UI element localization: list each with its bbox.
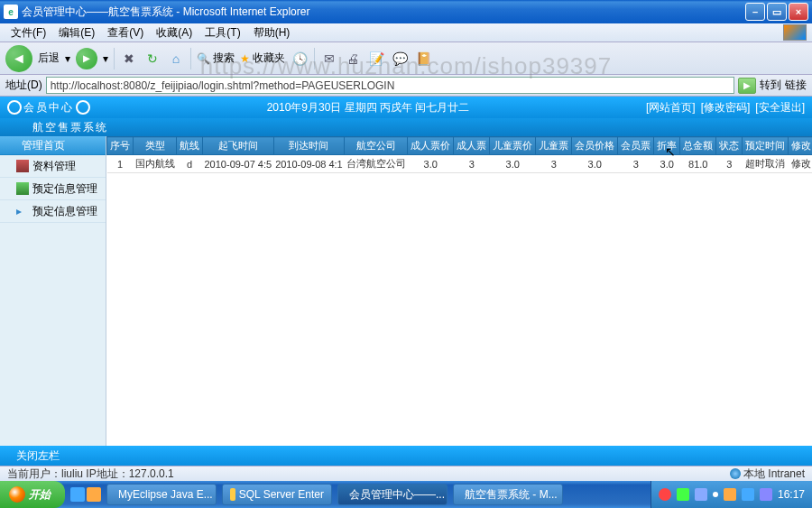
- favorites-button[interactable]: ★收藏夹: [240, 51, 285, 66]
- table-cell: 3: [536, 155, 572, 173]
- stop-icon[interactable]: ✖: [120, 50, 138, 68]
- taskbar-app-member[interactable]: 会员管理中心——...: [337, 484, 448, 505]
- taskbar: 开始 MyEclipse Java E... SQL Server Enter …: [0, 481, 812, 508]
- edit-cell[interactable]: 修改: [789, 155, 812, 173]
- menu-help[interactable]: 帮助(H): [248, 23, 296, 42]
- discuss-icon[interactable]: 💬: [391, 50, 409, 68]
- ie-statusbar: 当前用户：liuliu IP地址：127.0.0.1 本地 Intranet: [0, 466, 812, 481]
- table-row: 1国内航线d2010-09-07 4:52010-09-08 4:1台湾航空公司…: [107, 155, 813, 173]
- window-titlebar: e 会员管理中心——航空售票系统 - Microsoft Internet Ex…: [0, 0, 812, 23]
- minimize-button[interactable]: –: [745, 3, 765, 21]
- table-cell: 台湾航空公司: [345, 155, 408, 173]
- menu-edit[interactable]: 编辑(E): [53, 23, 100, 42]
- close-button[interactable]: ×: [789, 3, 808, 21]
- table-header: 折率: [654, 137, 680, 155]
- table-cell: 超时取消: [743, 155, 789, 173]
- table-header: 修改: [789, 137, 812, 155]
- home-icon[interactable]: ⌂: [167, 50, 185, 68]
- start-button[interactable]: 开始: [0, 481, 65, 508]
- main-area: 管理首页 资料管理 预定信息管理 ▸ 预定信息管理 序号类型航线起飞时间到达时间…: [0, 136, 812, 446]
- address-bar: 地址(D) http://localhost:8080/z_feijipiao/…: [0, 75, 812, 97]
- app-logo: 会员中心: [7, 100, 90, 115]
- table-header: 会员票: [618, 137, 654, 155]
- back-button[interactable]: ◄: [5, 45, 32, 72]
- forward-button[interactable]: ►: [76, 48, 97, 69]
- network-icon[interactable]: [742, 488, 754, 501]
- intranet-icon: [730, 468, 741, 479]
- menu-view[interactable]: 查看(V): [102, 23, 149, 42]
- window-title: 会员管理中心——航空售票系统 - Microsoft Internet Expl…: [22, 5, 745, 20]
- back-dropdown-icon[interactable]: ▾: [65, 52, 70, 65]
- quicklaunch-icon[interactable]: [87, 487, 101, 502]
- url-input[interactable]: http://localhost:8080/z_feijipiao/login.…: [46, 77, 734, 94]
- sidebar: 管理首页 资料管理 预定信息管理 ▸ 预定信息管理: [0, 136, 106, 446]
- table-cell: 1: [107, 155, 134, 173]
- menu-tools[interactable]: 工具(T): [199, 23, 245, 42]
- print-icon[interactable]: 🖨: [344, 50, 362, 68]
- app-header: 会员中心 2010年9月30日 星期四 丙戌年 闰七月廿二 [网站首页] [修改…: [0, 97, 812, 118]
- clock[interactable]: 16:17: [778, 488, 805, 501]
- header-links: [网站首页] [修改密码] [安全退出]: [646, 100, 805, 115]
- table-header: 预定时间: [743, 137, 789, 155]
- tray-icon[interactable]: [659, 488, 671, 501]
- sidebar-item-label: 预定信息管理: [32, 204, 97, 219]
- table-header: 会员价格: [572, 137, 618, 155]
- table-header: 儿童票价: [490, 137, 536, 155]
- sidebar-item-booking2[interactable]: ▸ 预定信息管理: [0, 200, 106, 223]
- tray-icon[interactable]: [724, 488, 736, 501]
- address-label: 地址(D): [5, 78, 42, 93]
- table-header: 儿童票: [536, 137, 572, 155]
- edit-icon[interactable]: 📝: [367, 50, 385, 68]
- tray-icon[interactable]: [760, 488, 772, 501]
- ie-throbber: [783, 24, 807, 41]
- refresh-icon[interactable]: ↻: [143, 50, 161, 68]
- sidebar-item-label: 预定信息管理: [32, 181, 97, 197]
- tray-icon[interactable]: [713, 492, 718, 497]
- table-cell: 81.0: [680, 155, 716, 173]
- sidebar-header[interactable]: 管理首页: [0, 136, 106, 155]
- go-label: 转到: [760, 78, 781, 93]
- bottom-strip: 关闭左栏: [0, 446, 812, 466]
- back-label: 后退: [38, 51, 60, 66]
- quicklaunch-icon[interactable]: [70, 487, 85, 502]
- search-icon: 🔍: [197, 52, 210, 65]
- sidebar-item-profile[interactable]: 资料管理: [0, 155, 106, 178]
- table-cell: 3: [716, 155, 743, 173]
- search-button[interactable]: 🔍搜索: [197, 51, 235, 66]
- link-home[interactable]: [网站首页]: [646, 100, 696, 115]
- booking-table: 序号类型航线起飞时间到达时间航空公司成人票价成人票儿童票价儿童票会员价格会员票折…: [106, 136, 812, 173]
- table-header: 序号: [107, 137, 134, 155]
- research-icon[interactable]: 📔: [414, 50, 432, 68]
- volume-icon[interactable]: [695, 488, 707, 501]
- taskbar-app-flight[interactable]: 航空售票系统 - M...: [453, 484, 563, 505]
- table-cell: 3: [454, 155, 490, 173]
- sidebar-item-booking[interactable]: 预定信息管理: [0, 178, 106, 200]
- table-header: 航线: [177, 137, 203, 155]
- link-change-password[interactable]: [修改密码]: [701, 100, 751, 115]
- logo-ring-icon: [76, 100, 90, 115]
- app-subheader: 航空售票系统: [0, 118, 812, 136]
- star-icon: ★: [240, 52, 250, 65]
- table-header: 起飞时间: [203, 137, 274, 155]
- taskbar-app-sqlserver[interactable]: SQL Server Enter: [222, 484, 332, 505]
- table-cell: 国内航线: [134, 155, 177, 173]
- ie-icon: e: [4, 5, 18, 19]
- links-label[interactable]: 链接: [785, 78, 807, 93]
- taskbar-app-myeclipse[interactable]: MyEclipse Java E...: [106, 484, 217, 505]
- go-button[interactable]: ▶: [738, 78, 756, 94]
- table-header: 状态: [716, 137, 743, 155]
- status-right: 本地 Intranet: [730, 466, 805, 482]
- history-icon[interactable]: 🕓: [291, 50, 309, 68]
- mail-icon[interactable]: ✉: [320, 50, 338, 68]
- table-header: 总金额: [680, 137, 716, 155]
- table-cell: 3.0: [408, 155, 454, 173]
- system-tray: 16:17: [651, 481, 812, 508]
- menu-file[interactable]: 文件(F): [5, 23, 51, 42]
- tray-icon[interactable]: [677, 488, 689, 501]
- collapse-sidebar[interactable]: 关闭左栏: [16, 448, 60, 464]
- link-logout[interactable]: [安全退出]: [755, 100, 805, 115]
- table-cell: d: [177, 155, 203, 173]
- forward-dropdown-icon[interactable]: ▾: [103, 52, 108, 65]
- menu-favorites[interactable]: 收藏(A): [151, 23, 198, 42]
- maximize-button[interactable]: ▭: [767, 3, 787, 21]
